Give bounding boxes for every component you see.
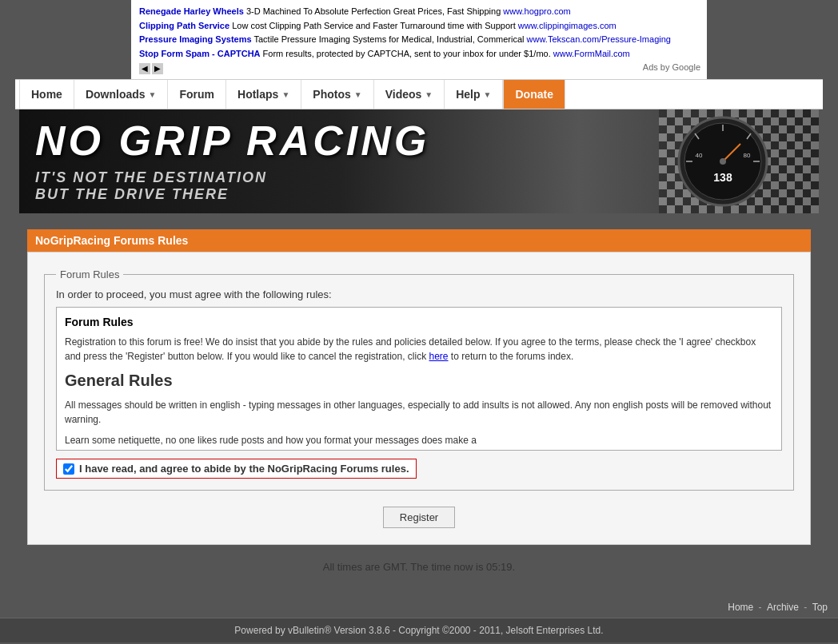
site-banner: NO GRIP RACING IT'S NOT THE DESTINATION … bbox=[19, 109, 819, 213]
footer-home-link[interactable]: Home bbox=[728, 602, 753, 613]
footer-sep-1: - bbox=[759, 602, 762, 613]
downloads-arrow-icon: ▼ bbox=[149, 90, 157, 99]
nav-home[interactable]: Home bbox=[19, 80, 74, 109]
svg-text:138: 138 bbox=[713, 171, 732, 184]
ad-url-1[interactable]: www.hogpro.com bbox=[503, 6, 570, 16]
page-title-bar: NoGripRacing Forums Rules bbox=[27, 229, 811, 252]
nav-home-label: Home bbox=[31, 88, 62, 101]
banner-text: NO GRIP RACING IT'S NOT THE DESTINATION … bbox=[35, 120, 429, 203]
hotlaps-arrow-icon: ▼ bbox=[281, 90, 289, 99]
footer-top-link[interactable]: Top bbox=[812, 602, 828, 613]
ad-link-4[interactable]: Stop Form Spam - CAPTCHA bbox=[139, 49, 261, 58]
rules-scroll-box[interactable]: Forum Rules Registration to this forum i… bbox=[56, 307, 782, 451]
ad-link-3[interactable]: Pressure Imaging Systems bbox=[139, 34, 252, 44]
nav-photos-label: Photos bbox=[313, 88, 350, 101]
agree-label: I have read, and agree to abide by the N… bbox=[79, 463, 409, 475]
nav-videos-label: Videos bbox=[385, 88, 422, 101]
page-title: NoGripRacing Forums Rules bbox=[35, 234, 188, 247]
help-arrow-icon: ▼ bbox=[484, 90, 492, 99]
ad-navigation[interactable]: ◀ ▶ bbox=[139, 63, 699, 74]
intro-text: In order to proceed, you must agree with… bbox=[56, 288, 782, 300]
forum-rules-fieldset: Forum Rules In order to proceed, you mus… bbox=[44, 268, 794, 491]
ad-next-button[interactable]: ▶ bbox=[152, 63, 163, 74]
footer-links-bar: Home - Archive - Top bbox=[0, 597, 838, 618]
ad-item-4: Stop Form Spam - CAPTCHA Form results, p… bbox=[139, 47, 699, 62]
nav-hotlaps[interactable]: Hotlaps ▼ bbox=[226, 80, 301, 109]
nav-photos[interactable]: Photos ▼ bbox=[301, 80, 373, 109]
nav-help-label: Help bbox=[456, 88, 480, 101]
nav-forum[interactable]: Forum bbox=[168, 80, 226, 109]
svg-text:80: 80 bbox=[744, 152, 751, 159]
banner-title: NO GRIP RACING bbox=[35, 120, 429, 161]
register-button-wrapper: Register bbox=[44, 507, 794, 528]
ad-item-3: Pressure Imaging Systems Tactile Pressur… bbox=[139, 33, 699, 47]
rules-heading: Forum Rules bbox=[65, 316, 773, 328]
nav-forum-label: Forum bbox=[179, 88, 214, 101]
ad-bar: Renegade Harley Wheels 3-D Machined To A… bbox=[131, 0, 707, 79]
photos-arrow-icon: ▼ bbox=[354, 90, 362, 99]
ad-link-1[interactable]: Renegade Harley Wheels bbox=[139, 6, 244, 16]
footer-archive-link[interactable]: Archive bbox=[767, 602, 799, 613]
ad-prev-button[interactable]: ◀ bbox=[139, 63, 150, 74]
nav-donate[interactable]: Donate bbox=[503, 80, 565, 109]
ad-url-4[interactable]: www.FormMail.com bbox=[553, 49, 630, 58]
footer-time: All times are GMT. The time now is 05:19… bbox=[27, 561, 811, 573]
agree-checkbox[interactable] bbox=[63, 463, 74, 475]
rules-para3: Learn some netiquette, no one likes rude… bbox=[65, 433, 773, 447]
powered-by-text: Powered by vBulletin® Version 3.8.6 - Co… bbox=[234, 625, 603, 636]
svg-point-11 bbox=[720, 158, 726, 165]
ad-url-2[interactable]: www.clippingimages.com bbox=[518, 21, 617, 30]
ad-item-2: Clipping Path Service Low cost Clipping … bbox=[139, 19, 699, 34]
general-rules-heading: General Rules bbox=[65, 372, 773, 390]
main-content: NoGripRacing Forums Rules Forum Rules In… bbox=[19, 213, 819, 597]
nav-downloads[interactable]: Downloads ▼ bbox=[74, 80, 169, 109]
agree-row: I have read, and agree to abide by the N… bbox=[56, 459, 417, 479]
ads-by-google: Ads by Google bbox=[643, 61, 700, 75]
rules-para2: All messages should be written in englis… bbox=[65, 398, 773, 427]
ad-url-3[interactable]: www.Tekscan.com/Pressure-Imaging bbox=[527, 34, 671, 44]
nav-donate-label: Donate bbox=[515, 88, 553, 101]
main-nav: Home Downloads ▼ Forum Hotlaps bbox=[15, 79, 823, 109]
footer-bottom: Powered by vBulletin® Version 3.8.6 - Co… bbox=[0, 618, 838, 642]
speedometer-icon: 138 40 80 bbox=[675, 113, 771, 209]
svg-text:40: 40 bbox=[696, 152, 703, 159]
footer-sep-2: - bbox=[804, 602, 807, 613]
videos-arrow-icon: ▼ bbox=[425, 90, 433, 99]
here-link[interactable]: here bbox=[429, 351, 449, 362]
register-button[interactable]: Register bbox=[383, 507, 455, 528]
banner-subtitle: IT'S NOT THE DESTINATION BUT THE DRIVE T… bbox=[35, 169, 429, 203]
rules-para1: Registration to this forum is free! We d… bbox=[65, 335, 773, 364]
nav-hotlaps-label: Hotlaps bbox=[237, 88, 278, 101]
nav-downloads-label: Downloads bbox=[86, 88, 146, 101]
nav-help[interactable]: Help ▼ bbox=[445, 80, 503, 109]
content-box: Forum Rules In order to proceed, you mus… bbox=[27, 252, 811, 545]
ad-item-1: Renegade Harley Wheels 3-D Machined To A… bbox=[139, 5, 699, 19]
nav-videos[interactable]: Videos ▼ bbox=[374, 80, 445, 109]
ad-link-2[interactable]: Clipping Path Service bbox=[139, 21, 229, 30]
forum-rules-legend: Forum Rules bbox=[56, 268, 123, 280]
